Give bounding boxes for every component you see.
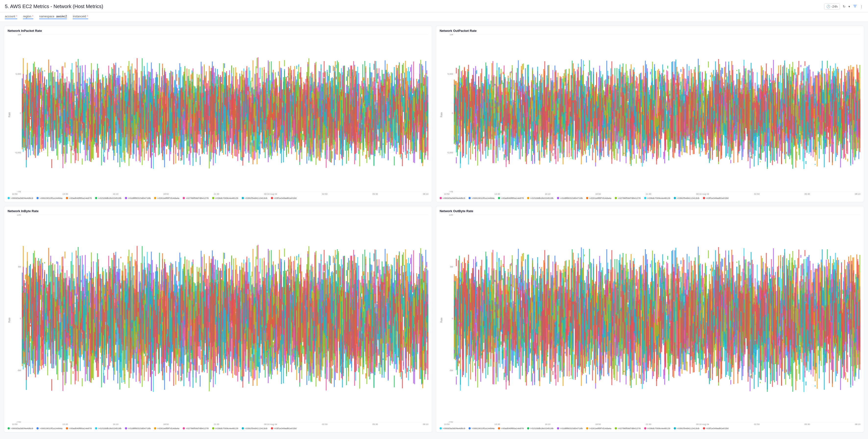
chart-outpacket-title: Network OutPacket Rate: [440, 29, 860, 33]
legend-item-10: i-03f1e349ad81e01b0: [271, 197, 297, 199]
chart-inbyte-inner: 10:50 13:30 16:10 18:50 21:30 00:10 Aug …: [12, 214, 428, 426]
filter-region[interactable]: region *: [23, 15, 33, 19]
filter-instanceid[interactable]: instanceid *: [73, 15, 88, 19]
chart-inpacket-title: Network InPacket Rate: [8, 29, 428, 33]
legend-ib-9: i-0391f54d4112413cb: [242, 427, 268, 430]
clock-icon: 🕐: [826, 5, 830, 8]
chart-outpacket-legend: i-000d3a3dcf4e4d6c9 i-00619010f1a14494a …: [440, 197, 860, 199]
legend-ib-8: i-036dc7009c4e48129: [212, 427, 238, 430]
filter-instanceid-required: *: [87, 15, 88, 18]
legend-item-7: i-02786f59d7d841278: [183, 197, 209, 199]
chart-outpacket-xaxis: 10:50 13:30 16:10 18:50 21:30 00:10 Aug …: [444, 192, 860, 195]
legend-ob-9: i-0391f54d4112413cb: [674, 427, 700, 430]
legend-item-3: i-00ad049f85a14e978: [66, 197, 92, 199]
filter-namespace[interactable]: namespace aws/ec2: [39, 15, 67, 19]
chart-inbyte-xaxis: 10:50 13:30 16:10 18:50 21:30 00:10 Aug …: [12, 422, 428, 426]
legend-op-6: i-0261e6fbf7d14da4a: [586, 197, 611, 199]
chart-inbyte-title: Network InByte Rate: [8, 209, 428, 213]
chart-outbyte-ylabel: Rate: [440, 214, 443, 426]
filter-account-required: *: [16, 15, 17, 18]
filter-namespace-label: namespace: [39, 15, 54, 18]
chart-outbyte-canvas: [444, 214, 860, 422]
chart-outpacket-area: Rate 10:50 13:30 16:10 18:50 21:30 00:10…: [440, 34, 860, 195]
chart-outbyte-area: Rate 10:50 13:30 16:10 18:50 21:30 00:10…: [440, 214, 860, 426]
chart-outbyte-title: Network OutByte Rate: [440, 209, 860, 213]
legend-op-9: i-0391f54d4112413cb: [674, 197, 700, 199]
chart-outpacket-ylabel: Rate: [440, 34, 443, 195]
chart-outpacket-inner: 10:50 13:30 16:10 18:50 21:30 00:10 Aug …: [444, 34, 860, 195]
legend-item-5: i-01d8f80315d04718b: [125, 197, 151, 199]
page-header: 5. AWS EC2 Metrics - Network (Host Metri…: [0, 0, 868, 12]
legend-ob-8: i-036dc7009c4e48129: [644, 427, 670, 430]
legend-op-1: i-000d3a3dcf4e4d6c9: [440, 197, 465, 199]
legend-ob-7: i-02786f59d7d841278: [615, 427, 641, 430]
legend-ob-2: i-00619010f1a14494a: [468, 427, 494, 430]
legend-item-9: i-0391f54d4112413cb: [242, 197, 268, 199]
legend-item-4: i-0152ddb18c024519b: [95, 197, 122, 199]
chart-inpacket-inner: 10k 5,000 0 -5,000 -10k: [12, 34, 428, 195]
legend-item-6: i-0261e6fbf7d14da4a: [154, 197, 179, 199]
refresh-icon[interactable]: ↻: [843, 5, 845, 8]
legend-op-10: i-03f1e349ad81e01b0: [703, 197, 728, 199]
time-value: -24h: [831, 5, 838, 8]
chart-inbyte-svg-wrapper: [12, 214, 428, 422]
legend-ib-4: i-0152ddb18c024519b: [95, 427, 122, 430]
more-icon[interactable]: ⋮: [860, 5, 863, 8]
filter-region-required: *: [32, 15, 33, 18]
filter-region-label: region: [23, 15, 31, 18]
legend-ib-5: i-01d8f80315d04718b: [125, 427, 151, 430]
legend-ob-4: i-0152ddb18c024519b: [527, 427, 554, 430]
legend-ib-10: i-03f1e349ad81e01b0: [271, 427, 297, 430]
legend-op-2: i-00619010f1a14494a: [468, 197, 494, 199]
legend-op-4: i-0152ddb18c024519b: [527, 197, 554, 199]
chart-inpacket-area: Rate 10k 5,000: [8, 34, 428, 195]
chart-inbyte-area: Rate 10:50 13:30 16:10 18:50 21:30 00:10…: [8, 214, 428, 426]
filters-bar: account * region * namespace aws/ec2 ins…: [0, 12, 868, 22]
filter-account[interactable]: account *: [5, 15, 17, 19]
filter-instanceid-label: instanceid: [73, 15, 86, 18]
chart-inpacket: Network InPacket Rate Rate: [4, 26, 432, 202]
legend-ob-5: i-01d8f80315d04718b: [557, 427, 583, 430]
time-selector[interactable]: 🕐 -24h: [824, 3, 840, 9]
chart-inpacket-xaxis: 10:50 13:30 16:10 18:50 21:30 00:10 Aug …: [12, 192, 428, 195]
legend-ib-7: i-02786f59d7d841278: [183, 427, 209, 430]
filter-icon[interactable]: [853, 4, 857, 9]
legend-item-2: i-00619010f1a14494a: [36, 197, 62, 199]
chart-inpacket-legend: i-000d3a3dcf4e4d6c9 i-00619010f1a14494a …: [8, 197, 428, 199]
chart-outpacket: Network OutPacket Rate Rate 10:50 13:30 …: [436, 26, 864, 202]
charts-container: Network InPacket Rate Rate: [0, 22, 868, 436]
legend-item-1: i-000d3a3dcf4e4d6c9: [8, 197, 33, 199]
filter-account-label: account: [5, 15, 15, 18]
legend-ob-1: i-000d3a3dcf4e4d6c9: [440, 427, 465, 430]
header-controls: 🕐 -24h ↻ ▾ ⋮: [824, 3, 863, 9]
filter-namespace-value: aws/ec2: [55, 15, 67, 18]
chart-inpacket-svg-wrapper: 10k 5,000 0 -5,000 -10k: [12, 34, 428, 192]
legend-op-8: i-036dc7009c4e48129: [644, 197, 670, 199]
chart-inbyte-ylabel: Rate: [8, 214, 11, 426]
chart-outbyte-legend: i-000d3a3dcf4e4d6c9 i-00619010f1a14494a …: [440, 427, 860, 430]
legend-ib-3: i-00ad049f85a14e978: [66, 427, 92, 430]
chart-inpacket-ylabel: Rate: [8, 34, 11, 195]
legend-ib-6: i-0261e6fbf7d14da4a: [154, 427, 179, 430]
chart-outbyte-inner: 10:50 13:30 16:10 18:50 21:30 00:10 Aug …: [444, 214, 860, 426]
chart-inbyte-canvas: [12, 214, 428, 422]
chart-inbyte-legend: i-000d3a3dcf4e4d6c9 i-00619010f1a14494a …: [8, 427, 428, 430]
chart-outbyte-svg-wrapper: [444, 214, 860, 422]
legend-op-7: i-02786f59d7d841278: [615, 197, 641, 199]
legend-op-5: i-01d8f80315d04718b: [557, 197, 583, 199]
chart-outpacket-canvas: [444, 34, 860, 192]
chart-outbyte-xaxis: 10:50 13:30 16:10 18:50 21:30 00:10 Aug …: [444, 422, 860, 426]
legend-ob-10: i-03f1e349ad81e01b0: [703, 427, 728, 430]
chevron-down-icon[interactable]: ▾: [848, 5, 850, 8]
legend-ob-6: i-0261e6fbf7d14da4a: [586, 427, 611, 430]
page-title: 5. AWS EC2 Metrics - Network (Host Metri…: [5, 4, 103, 9]
chart-inbyte: Network InByte Rate Rate 10:50 13:30 16:…: [4, 206, 432, 432]
legend-ob-3: i-00ad049f85a14e978: [498, 427, 524, 430]
legend-item-8: i-036dc7009c4e48129: [212, 197, 238, 199]
legend-op-3: i-00ad049f85a14e978: [498, 197, 524, 199]
chart-outpacket-svg-wrapper: [444, 34, 860, 192]
chart-outbyte: Network OutByte Rate Rate 10:50 13:30 16…: [436, 206, 864, 432]
legend-ib-2: i-00619010f1a14494a: [36, 427, 62, 430]
legend-ib-1: i-000d3a3dcf4e4d6c9: [8, 427, 33, 430]
